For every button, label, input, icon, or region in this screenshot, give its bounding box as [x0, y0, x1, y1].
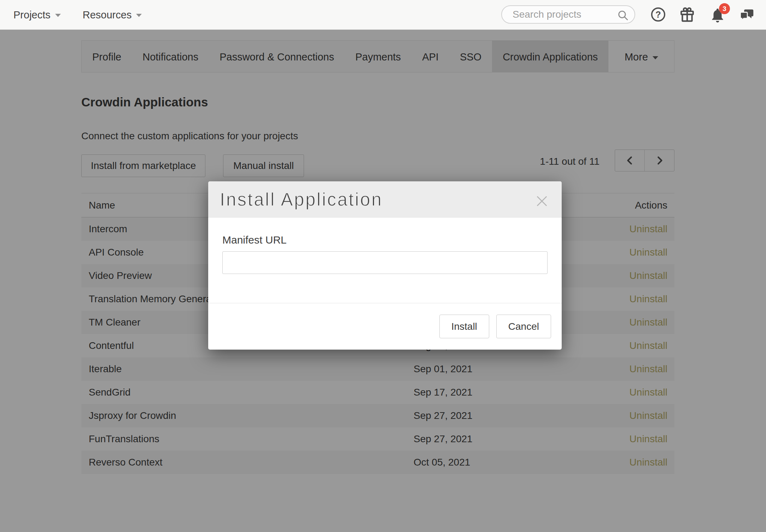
top-navbar: Projects Resources ? [0, 0, 766, 30]
install-button[interactable]: Install [439, 315, 489, 338]
notification-count-badge: 3 [719, 3, 730, 14]
projects-menu-label: Projects [13, 9, 51, 21]
search-box [501, 5, 635, 24]
search-icon[interactable] [617, 9, 629, 23]
close-icon[interactable] [535, 194, 549, 208]
chevron-down-icon [136, 14, 142, 17]
resources-menu-label: Resources [83, 9, 132, 21]
resources-menu[interactable]: Resources [83, 9, 142, 21]
chevron-down-icon [55, 14, 61, 17]
help-icon[interactable]: ? [651, 7, 666, 23]
modal-buttons: Install Cancel [439, 315, 551, 338]
gift-icon[interactable] [679, 6, 696, 25]
messages-chat-icon[interactable] [739, 7, 755, 25]
manifest-url-label: Manifest URL [222, 235, 287, 245]
modal-header: Install Application [208, 181, 562, 218]
navbar-menus: Projects Resources [13, 0, 164, 30]
search-input[interactable] [513, 6, 619, 23]
projects-menu[interactable]: Projects [13, 9, 61, 21]
cancel-button[interactable]: Cancel [496, 315, 551, 338]
crowdin-settings-page: Projects Resources ? [0, 0, 766, 532]
manifest-url-input[interactable] [222, 251, 548, 274]
install-application-modal: Install Application Manifest URL Install… [208, 181, 562, 350]
modal-title: Install Application [220, 181, 383, 218]
svg-text:?: ? [655, 10, 661, 19]
modal-footer-divider [208, 303, 562, 303]
